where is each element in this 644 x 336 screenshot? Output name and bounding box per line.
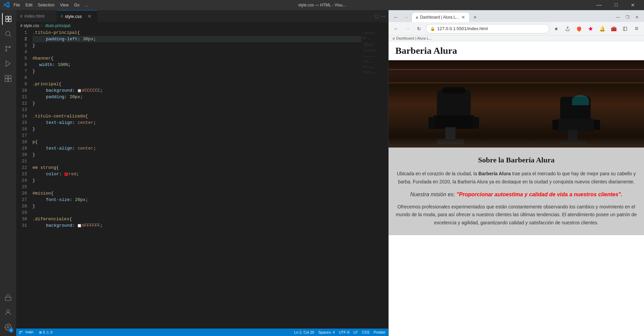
code-line-4	[32, 49, 361, 55]
activity-search[interactable]	[2, 28, 14, 40]
activity-settings[interactable]: 1	[2, 321, 14, 333]
code-line-24: }	[32, 177, 361, 184]
browser-menu-icon[interactable]: ≡	[632, 24, 641, 33]
mission-label: Nuestra misión es:	[410, 192, 456, 197]
breadcrumb-sep: >	[41, 23, 43, 28]
menu-more[interactable]: ...	[85, 3, 88, 7]
menu-file[interactable]: File	[14, 3, 20, 7]
code-line-28: }	[32, 203, 361, 209]
browser-tab-close[interactable]: ✕	[461, 15, 465, 20]
lock-icon: 🔒	[430, 26, 435, 31]
svg-point-7	[9, 46, 11, 48]
code-line-23: color: red;	[32, 171, 361, 177]
brave-rewards-icon[interactable]	[586, 24, 595, 33]
sobre-text: Ubicada en el corazón de la ciudad, la B…	[395, 170, 637, 186]
extensions-icon[interactable]: 🧰	[609, 24, 618, 33]
site-title: Barberia Alura	[395, 45, 637, 56]
code-line-25	[32, 184, 361, 190]
tab-bar-actions[interactable]: ⬚ ···	[372, 10, 388, 22]
activity-explorer[interactable]	[2, 13, 14, 25]
status-spaces[interactable]: Spaces: 4	[318, 330, 335, 334]
code-line-18: p{	[32, 139, 361, 145]
activity-run-debug[interactable]	[2, 58, 14, 70]
maximize-button[interactable]: ☐	[608, 0, 624, 10]
close-button[interactable]: ✕	[625, 0, 641, 10]
menu-view[interactable]: View	[60, 3, 69, 7]
more-actions-icon[interactable]: ···	[381, 13, 386, 19]
browser-forward-button[interactable]: →	[401, 13, 411, 22]
code-line-30: .diferenciales{	[32, 216, 361, 222]
code-line-31: background: #FFFFFF;	[32, 222, 361, 229]
code-line-6: width: 100%;	[32, 62, 361, 68]
browser-minimize[interactable]: —	[614, 13, 622, 22]
menu-selection[interactable]: Selection	[38, 3, 54, 7]
website-wrapper: Barberia Alura	[389, 41, 644, 56]
mission-quote: "Proporcionar autoestima y calidad de vi…	[456, 192, 622, 197]
browser-toolbar: ← → ↻ 🔒 127.0.0.1:5501/index.html ★ 🔔	[389, 22, 644, 36]
menu-bar[interactable]: File Edit Selection View Go ...	[14, 3, 88, 7]
minimap: .titulo-principal{ padding-left: 30px; }…	[361, 29, 388, 329]
browser-back-button[interactable]: ←	[391, 13, 401, 22]
bookmark-icon[interactable]: ★	[551, 24, 561, 33]
split-editor-icon[interactable]: ⬚	[375, 14, 379, 19]
address-text[interactable]: 127.0.0.1:5501/index.html	[437, 26, 488, 31]
share-icon[interactable]	[563, 24, 572, 33]
status-language[interactable]: CSS	[362, 330, 370, 334]
sobre-title: Sobre la Barbería Alura	[395, 156, 637, 164]
svg-rect-10	[5, 75, 8, 78]
new-tab-button[interactable]: +	[470, 13, 480, 22]
activity-account[interactable]	[2, 306, 14, 318]
tab-style-css[interactable]: # style.css ✕	[57, 10, 97, 22]
activity-extensions[interactable]	[2, 72, 14, 85]
activity-source-control[interactable]	[2, 43, 14, 55]
breadcrumb-file[interactable]: # style.css	[20, 23, 39, 28]
code-line-3: }	[32, 42, 361, 49]
code-line-2: padding-left: 30px;	[32, 36, 361, 42]
brave-shields-icon[interactable]	[574, 24, 584, 33]
browser-toolbar-icons: ★ 🔔 🧰 ≡	[551, 24, 641, 33]
svg-rect-22	[623, 27, 627, 30]
minimize-button[interactable]: —	[591, 0, 607, 10]
breadcrumb-class[interactable]: .titulo-principal	[44, 23, 70, 28]
bookmark-dashboard[interactable]: a Dashboard | Alura L...	[393, 36, 432, 40]
notifications-icon[interactable]: 🔔	[597, 24, 607, 33]
status-line-col[interactable]: Ln 2, Col 20	[294, 330, 314, 334]
sobre-bottom: Ofrecemos profesionales experimentados q…	[395, 203, 637, 227]
tab-index-html-label: index.html	[24, 14, 44, 19]
svg-rect-14	[5, 297, 11, 300]
svg-point-17	[20, 331, 20, 332]
tab-close-style-css[interactable]: ✕	[86, 13, 93, 20]
status-errors[interactable]: ⊗ 0 ⚠ 0	[39, 330, 52, 335]
browser-forward-btn2[interactable]: →	[403, 24, 412, 33]
window-controls[interactable]: — ☐ ✕	[591, 0, 641, 10]
menu-edit[interactable]: Edit	[25, 3, 32, 7]
status-eol[interactable]: LF	[353, 330, 358, 334]
status-bar: main ⊗ 0 ⚠ 0 Ln 2, Col 20 Spaces: 4 UTF-…	[16, 329, 388, 336]
status-encoding[interactable]: UTF-8	[339, 330, 349, 334]
browser-pane: ← → a Dashboard | Alura L... ✕ + — ❐ ✕ ←…	[388, 10, 644, 336]
svg-point-18	[22, 331, 22, 332]
code-content[interactable]: .titulo-principal{ padding-left: 30px; }…	[30, 29, 361, 329]
status-branch[interactable]: main	[19, 330, 33, 334]
code-line-9: .principal{	[32, 81, 361, 87]
svg-rect-3	[9, 19, 11, 22]
browser-close[interactable]: ✕	[633, 13, 641, 22]
browser-back-btn2[interactable]: ←	[391, 24, 401, 33]
html-icon: #	[20, 14, 22, 18]
code-line-19: text-align: center;	[32, 145, 361, 152]
browser-restore[interactable]: ❐	[623, 13, 632, 22]
status-right: Ln 2, Col 20 Spaces: 4 UTF-8 LF CSS Pret…	[294, 330, 386, 334]
css-icon: #	[61, 14, 63, 18]
code-line-13	[32, 107, 361, 113]
browser-refresh-btn[interactable]: ↻	[414, 24, 424, 33]
activity-remote[interactable]	[2, 291, 14, 304]
tab-style-css-label: style.css	[65, 14, 82, 19]
gray-section: Sobre la Barbería Alura Ubicada en el co…	[389, 148, 644, 235]
menu-go[interactable]: Go	[74, 3, 79, 7]
sidebar-toggle-icon[interactable]	[620, 24, 630, 33]
status-prettier[interactable]: Prettier	[374, 330, 386, 334]
browser-tab-active[interactable]: a Dashboard | Alura L... ✕	[412, 12, 470, 22]
address-bar[interactable]: 🔒 127.0.0.1:5501/index.html	[426, 24, 549, 33]
tab-index-html[interactable]: # index.html	[16, 10, 57, 22]
svg-point-15	[7, 310, 9, 312]
